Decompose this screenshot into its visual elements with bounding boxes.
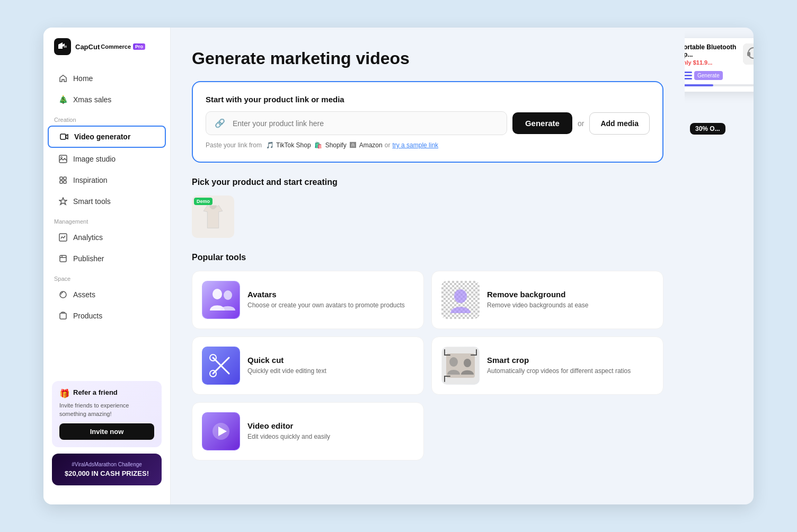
tool-card-smartcrop[interactable]: Smart crop Automatically crop videos for…	[431, 336, 663, 395]
sidebar-item-xmas-label: Xmas sales	[73, 95, 111, 104]
sidebar-item-xmas[interactable]: 🎄 Xmas sales	[48, 90, 166, 110]
product-image	[743, 43, 754, 65]
product-link-box: Start with your product link or media 🔗 …	[192, 81, 663, 163]
tiktok-shop-link[interactable]: TikTok Shop	[276, 141, 311, 149]
quickcut-info: Quick cut Quickly edit vide editing text	[247, 356, 414, 376]
tools-grid: Avatars Choose or create your own avatar…	[192, 271, 663, 460]
promo-banner[interactable]: #ViralAdsMarathon Challenge $20,000 IN C…	[52, 454, 162, 485]
progress-bar-fill	[685, 84, 713, 86]
svg-point-15	[454, 289, 467, 303]
floating-card-title: Portable Bluetooth Sp...	[685, 43, 743, 58]
sidebar-item-video-generator[interactable]: Video generator	[48, 126, 166, 148]
floating-card: Portable Bluetooth Sp... only $11.9... ✦…	[685, 38, 754, 92]
promo-hashtag: #ViralAdsMarathon Challenge	[72, 462, 142, 467]
sidebar-item-image-studio-label: Image studio	[73, 155, 116, 163]
refer-card: 🎁 Refer a friend Invite friends to exper…	[52, 381, 162, 447]
smartcrop-desc: Automatically crop videos for different …	[487, 367, 653, 376]
svg-point-21	[449, 357, 458, 367]
sidebar-bottom: 🎁 Refer a friend Invite friends to exper…	[43, 373, 170, 494]
sidebar-item-analytics[interactable]: Analytics	[48, 227, 166, 247]
tool-card-avatars[interactable]: Avatars Choose or create your own avatar…	[192, 271, 424, 329]
sidebar-item-image-studio[interactable]: Image studio	[48, 149, 166, 169]
gift-icon: 🎁	[59, 388, 70, 398]
amazon-link[interactable]: Amazon	[359, 141, 383, 149]
smart-icon	[58, 197, 68, 206]
product-link-label: Start with your product link or media	[206, 95, 650, 104]
sidebar-item-inspiration-label: Inspiration	[73, 176, 108, 184]
videoeditor-thumb	[202, 412, 240, 450]
tool-card-removebg[interactable]: Remove background Remove video backgroun…	[431, 271, 663, 329]
tool-card-videoeditor[interactable]: Video editor Edit videos quickly and eas…	[192, 402, 424, 460]
removebg-desc: Remove video backgrounds at ease	[487, 301, 653, 310]
svg-point-14	[224, 290, 232, 300]
popular-tools-title: Popular tools	[192, 253, 663, 262]
sidebar-item-home[interactable]: Home	[48, 68, 166, 88]
generate-button[interactable]: Generate	[512, 112, 572, 134]
capcut-logo-icon	[54, 38, 71, 55]
avatars-name: Avatars	[247, 290, 414, 299]
main-content: Generate marketing videos Start with you…	[171, 28, 685, 504]
svg-rect-5	[64, 177, 66, 180]
video-icon	[59, 132, 69, 141]
space-label: Space	[43, 269, 170, 284]
home-icon	[58, 74, 68, 83]
sidebar-item-assets[interactable]: Assets	[48, 285, 166, 305]
sidebar-item-products[interactable]: Products	[48, 306, 166, 326]
discount-badge: 30% O...	[690, 123, 725, 135]
sidebar-item-video-generator-label: Video generator	[74, 132, 130, 141]
sample-link[interactable]: try a sample link	[392, 141, 438, 149]
link-icon: 🔗	[215, 118, 225, 128]
product-thumbnail[interactable]: Demo	[192, 196, 234, 238]
quickcut-name: Quick cut	[247, 356, 414, 365]
logo-area: CapCut Commerce Pro	[43, 38, 170, 68]
svg-rect-12	[202, 281, 240, 318]
shirt-image	[200, 203, 226, 230]
sidebar-item-smart-tools[interactable]: Smart tools	[48, 191, 166, 211]
add-media-button[interactable]: Add media	[589, 112, 650, 135]
removebg-name: Remove background	[487, 290, 653, 299]
paste-hint: Paste your link from 🎵 TikTok Shop 🛍️ Sh…	[206, 141, 650, 149]
sidebar-item-assets-label: Assets	[73, 290, 95, 299]
removebg-info: Remove background Remove video backgroun…	[487, 290, 653, 310]
shopify-link[interactable]: Shopify	[325, 141, 347, 149]
inspiration-icon	[58, 175, 68, 185]
tree-icon: 🎄	[58, 95, 68, 104]
smartcrop-info: Smart crop Automatically crop videos for…	[487, 356, 653, 376]
page-title: Generate marketing videos	[192, 49, 663, 68]
videoeditor-name: Video editor	[247, 421, 414, 430]
smartcrop-name: Smart crop	[487, 356, 653, 365]
refer-title: Refer a friend	[73, 388, 118, 396]
avatars-thumb	[202, 281, 240, 319]
promo-prize: $20,000 IN CASH PRIZES!	[65, 469, 149, 477]
sidebar-item-publisher[interactable]: Publisher	[48, 249, 166, 269]
demo-badge: Demo	[194, 198, 212, 205]
sidebar-item-inspiration[interactable]: Inspiration	[48, 170, 166, 190]
quickcut-thumb	[202, 347, 240, 385]
right-panel: Portable Bluetooth Sp... only $11.9... ✦…	[685, 28, 754, 504]
app-container: CapCut Commerce Pro Home 🎄 Xmas sales Cr…	[43, 28, 754, 504]
smartcrop-thumb	[441, 347, 480, 385]
svg-rect-11	[60, 313, 66, 319]
product-link-field[interactable]	[233, 119, 498, 128]
tool-card-quickcut[interactable]: Quick cut Quickly edit vide editing text	[192, 336, 424, 395]
sidebar-item-home-label: Home	[73, 74, 93, 83]
image-icon	[58, 154, 68, 164]
publisher-icon	[58, 254, 68, 263]
chart-icon	[58, 233, 68, 242]
svg-rect-1	[60, 134, 66, 139]
refer-desc: Invite friends to experience something a…	[59, 402, 154, 418]
management-label: Management	[43, 212, 170, 227]
progress-bar-bg	[685, 84, 754, 86]
pick-section-title: Pick your product and start creating	[192, 178, 663, 187]
videoeditor-info: Video editor Edit videos quickly and eas…	[247, 421, 414, 441]
avatars-info: Avatars Choose or create your own avatar…	[247, 290, 414, 310]
creation-label: Creation	[43, 110, 170, 125]
assets-icon	[58, 290, 68, 299]
svg-rect-7	[64, 181, 66, 183]
product-link-input-wrapper[interactable]: 🔗	[206, 111, 507, 135]
input-row: 🔗 Generate or Add media	[206, 111, 650, 135]
sidebar-item-smart-tools-label: Smart tools	[73, 197, 111, 206]
svg-rect-6	[60, 181, 63, 183]
invite-button[interactable]: Invite now	[59, 423, 154, 440]
avatars-desc: Choose or create your own avatars to pro…	[247, 301, 414, 310]
